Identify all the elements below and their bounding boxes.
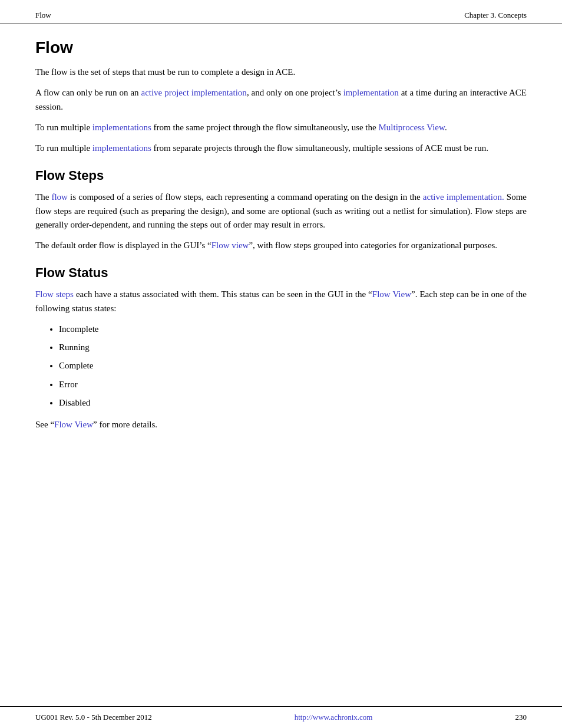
list-item: Running — [59, 341, 527, 354]
link-implementations-2[interactable]: implementations — [92, 143, 151, 153]
link-active-project-implementation[interactable]: active project implementation — [141, 88, 246, 97]
list-item: Error — [59, 378, 527, 391]
paragraph-1: The flow is the set of steps that must b… — [35, 65, 527, 79]
paragraph-8: See “Flow View” for more details. — [35, 418, 527, 431]
paragraph-3: To run multiple implementations from the… — [35, 121, 527, 134]
link-flow[interactable]: flow — [51, 192, 68, 202]
link-flow-view-3[interactable]: Flow View — [54, 420, 93, 429]
status-list: IncompleteRunningCompleteErrorDisabled — [59, 322, 527, 410]
footer-left: UG001 Rev. 5.0 - 5th December 2012 — [35, 713, 152, 722]
link-implementations-1[interactable]: implementations — [92, 123, 151, 132]
header-right: Chapter 3. Concepts — [464, 11, 527, 20]
link-active-implementation[interactable]: active implementation. — [423, 192, 504, 202]
section2-title: Flow Steps — [35, 168, 527, 183]
paragraph-2: A flow can only be run on an active proj… — [35, 86, 527, 114]
paragraph-5: The flow is composed of a series of flow… — [35, 190, 527, 232]
paragraph-6: The default order flow is displayed in t… — [35, 239, 527, 252]
page: Flow Chapter 3. Concepts Flow The flow i… — [0, 0, 562, 728]
footer-page-number: 230 — [515, 713, 527, 722]
header-left: Flow — [35, 11, 51, 20]
main-title: Flow — [35, 38, 527, 57]
list-item: Incomplete — [59, 322, 527, 336]
page-header: Flow Chapter 3. Concepts — [0, 0, 562, 24]
link-multiprocess-view[interactable]: Multiprocess View — [378, 123, 444, 132]
link-flow-steps[interactable]: Flow steps — [35, 289, 74, 299]
footer-link[interactable]: http://www.achronix.com — [295, 713, 373, 722]
paragraph-4: To run multiple implementations from sep… — [35, 141, 527, 155]
list-item: Complete — [59, 359, 527, 373]
page-content: Flow The flow is the set of steps that m… — [0, 24, 562, 474]
link-implementation[interactable]: implementation — [343, 88, 399, 97]
link-flow-view-1[interactable]: Flow view — [211, 241, 249, 250]
link-flow-view-2[interactable]: Flow View — [372, 289, 411, 299]
list-item: Disabled — [59, 396, 527, 410]
page-footer: UG001 Rev. 5.0 - 5th December 2012 http:… — [0, 706, 562, 728]
section3-title: Flow Status — [35, 265, 527, 281]
paragraph-7: Flow steps each have a status associated… — [35, 288, 527, 315]
